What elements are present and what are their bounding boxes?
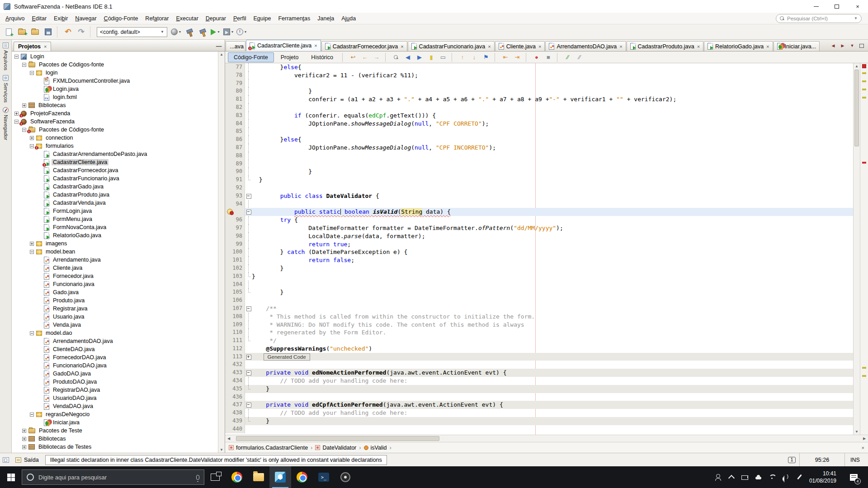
tree-item-funcionario-java[interactable]: Funcionario.java [12, 280, 225, 288]
code-line-438[interactable]: 438 // TODO add your handling code here: [225, 409, 853, 417]
expander-icon[interactable] [22, 103, 26, 108]
code-line-439[interactable]: 439 } [225, 417, 853, 425]
scroll-tabs-left-icon[interactable]: ◀ [829, 42, 837, 50]
code-line-100[interactable]: 100 } catch (DateTimeParseException e) { [225, 248, 853, 256]
error-stripe-mark[interactable] [862, 162, 866, 164]
code-text[interactable] [252, 425, 853, 433]
code-text[interactable]: @SuppressWarnings("unchecked") [252, 345, 853, 353]
chevron-up-icon[interactable] [728, 474, 735, 481]
close-tab-icon[interactable]: × [619, 44, 622, 49]
code-text[interactable] [252, 361, 853, 369]
code-line-83[interactable]: 83 if (conferir. equals(edCpf.getText())… [225, 112, 853, 120]
tree-item-gado-java[interactable]: Gado.java [12, 288, 225, 296]
close-tab-icon[interactable]: × [697, 44, 700, 49]
code-text[interactable] [252, 296, 853, 305]
code-line-440[interactable]: 440 [225, 425, 853, 433]
menu-equipe[interactable]: Equipe [250, 14, 274, 23]
tree-item-registrar-java[interactable]: Registrar.java [12, 305, 225, 313]
editor-tab-cadastrarcliente-java[interactable]: !CadastrarCliente.java× [246, 40, 321, 51]
new-file-button[interactable] [3, 26, 15, 38]
code-line-436[interactable]: 436 [225, 393, 853, 401]
expander-icon[interactable] [22, 429, 26, 433]
tree-item-gadodao-java[interactable]: GadoDAO.java [12, 370, 225, 378]
scroll-right-icon[interactable]: ▶ [861, 436, 868, 441]
warning-stripe-mark[interactable] [862, 367, 866, 369]
find-previous-button[interactable]: ◀ [402, 52, 413, 62]
code-line-98[interactable]: 98 LocalDate.parse(data, formatter); [225, 232, 853, 240]
code-text[interactable]: } [252, 168, 853, 176]
editor-vertical-scrollbar[interactable]: ▲ ▼ [853, 63, 860, 435]
tree-scrollbar[interactable]: ▲ ▼ [218, 52, 225, 453]
code-text[interactable]: JOptionPane.showMessageDialog(null, "CPF… [252, 144, 853, 152]
tree-item-venda-java[interactable]: Venda.java [12, 321, 225, 329]
tree-item-login[interactable]: Login [12, 52, 225, 61]
maximize-editor-icon[interactable] [858, 42, 866, 50]
menu-perfil[interactable]: Perfil [230, 14, 250, 23]
tree-item-pacotes-de-c-digos-fonte[interactable]: Pacotes de Códigos-fonte [12, 61, 225, 69]
close-icon[interactable]: × [44, 44, 47, 49]
scrollbar-thumb[interactable] [854, 70, 859, 146]
code-text[interactable]: LocalDate.parse(data, formatter); [252, 232, 853, 240]
fold-margin[interactable] [245, 401, 252, 409]
code-line-85[interactable]: 85 [225, 127, 853, 136]
tree-item-bibliotecas[interactable]: Bibliotecas [12, 435, 225, 443]
tree-item-formularios[interactable]: !formularios [12, 142, 225, 150]
code-line-82[interactable]: 82 [225, 103, 853, 112]
people-icon[interactable] [714, 474, 722, 481]
previous-occurrence-button[interactable]: ↑ [457, 52, 468, 62]
code-line-86[interactable]: 86 }else{ [225, 136, 853, 144]
tree-item-cadastrarcliente-java[interactable]: !CadastrarCliente.java [12, 158, 225, 166]
code-line-104[interactable]: 104 [225, 281, 853, 289]
menu-exibir[interactable]: Exibir [50, 14, 71, 23]
expander-icon[interactable] [22, 63, 26, 67]
code-line-90[interactable]: 90 } [225, 168, 853, 176]
menu-c-digo-fonte[interactable]: Código-Fonte [100, 14, 142, 23]
code-text[interactable]: /** [252, 305, 853, 313]
code-line-94[interactable]: 94 [225, 200, 853, 208]
tree-item-cadastrargado-java[interactable]: CadastrarGado.java [12, 183, 225, 191]
code-text[interactable]: public class DateValidator { [252, 192, 853, 200]
code-line-109[interactable]: 109 * WARNING: Do NOT modify this code. … [225, 321, 853, 329]
expander-icon[interactable] [30, 242, 34, 246]
tab-projetos[interactable]: Projetos × [14, 42, 51, 51]
taskbar-app-netbeans[interactable] [269, 466, 291, 488]
code-line-112[interactable]: 112 @SuppressWarnings("unchecked") [225, 345, 853, 353]
run-project-button[interactable]: ▼ [209, 26, 222, 38]
code-text[interactable]: } [252, 87, 853, 95]
wifi-icon[interactable] [769, 474, 776, 481]
forward-button[interactable]: → [371, 52, 382, 62]
code-line-89[interactable]: 89 [225, 160, 853, 168]
expander-icon[interactable] [30, 331, 34, 335]
taskbar-app-chrome[interactable] [226, 466, 248, 488]
build-project-button[interactable] [183, 26, 195, 38]
dock-item-navegador[interactable]: Navegador [3, 107, 9, 140]
warning-stripe-mark[interactable] [862, 375, 866, 377]
breadcrumb-item-datevalidator[interactable]: DateValidator [315, 445, 356, 451]
code-line-91[interactable]: 91 } [225, 176, 853, 184]
code-line-432[interactable]: 432 [225, 361, 853, 369]
tree-item-cadastrarfuncionario-java[interactable]: CadastrarFuncionario.java [12, 174, 225, 183]
tree-item-iniciar-java[interactable]: Iniciar.java [12, 418, 225, 427]
tree-item-connection[interactable]: connection [12, 134, 225, 142]
tree-item-registrardao-java[interactable]: RegistrarDAO.java [12, 386, 225, 394]
tree-item-formnovaconta-java[interactable]: FormNovaConta.java [12, 223, 225, 231]
code-text[interactable] [252, 103, 853, 112]
code-text[interactable]: * This method is called from within the … [252, 313, 853, 321]
pen-icon[interactable] [796, 474, 803, 481]
code-text[interactable]: * regenerated by the Form Editor. [252, 328, 853, 337]
tree-item-fornecedordao-java[interactable]: FornecedorDAO.java [12, 353, 225, 361]
expander-icon[interactable] [30, 71, 34, 75]
code-line-87[interactable]: 87 JOptionPane.showMessageDialog(null, "… [225, 144, 853, 152]
code-line-111[interactable]: 111 */ [225, 337, 853, 345]
tree-item-bibliotecas-de-testes[interactable]: Bibliotecas de Testes [12, 443, 225, 451]
scroll-up-icon[interactable]: ▲ [855, 64, 859, 68]
warning-stripe-mark[interactable] [862, 72, 866, 74]
code-text[interactable]: return true; [252, 240, 853, 249]
expander-icon[interactable] [30, 144, 34, 148]
tree-item-arrendamentodao-java[interactable]: ArrendamentoDAO.java [12, 337, 225, 345]
code-text[interactable]: // TODO add your handling code here: [252, 409, 853, 417]
code-text[interactable] [252, 160, 853, 168]
scroll-up-icon[interactable]: ▲ [220, 52, 223, 56]
dock-window-icon[interactable] [3, 457, 9, 463]
code-line-77[interactable]: 77 }else{ [225, 63, 853, 71]
